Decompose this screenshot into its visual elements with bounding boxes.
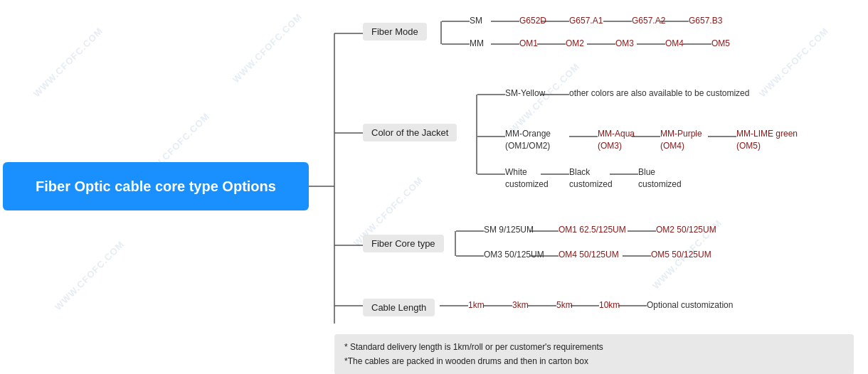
blue-customized-label: Bluecustomized — [638, 166, 682, 191]
1km-label: 1km — [468, 300, 485, 310]
black-customized-label: Blackcustomized — [569, 166, 613, 191]
om5-label: OM5 — [711, 38, 730, 48]
mm-purple-label: MM-Purple(OM4) — [660, 128, 702, 152]
sm-label: SM — [470, 16, 482, 26]
sm9125-label: SM 9/125UM — [484, 225, 534, 235]
watermark-3: WWW.CFOFC.COM — [53, 239, 127, 313]
white-customized-label: Whitecustomized — [505, 166, 549, 191]
fiber-mode-label: Fiber Mode — [371, 26, 418, 37]
watermark-1: WWW.CFOFC.COM — [31, 26, 105, 100]
om3-label: OM3 — [615, 38, 634, 48]
5km-label: 5km — [556, 300, 573, 310]
cable-length-label: Cable Length — [371, 302, 426, 313]
optional-customization-label: Optional customization — [647, 300, 733, 310]
10km-label: 10km — [599, 300, 620, 310]
sm-yellow-label: SM-Yellow — [505, 88, 545, 98]
om55125-label: OM5 50/125UM — [651, 250, 711, 260]
note-box: * Standard delivery length is 1km/roll o… — [334, 334, 854, 374]
om45125-label: OM4 50/125UM — [559, 250, 619, 260]
watermark-8: WWW.CFOFC.COM — [757, 26, 831, 100]
om4-label: OM4 — [665, 38, 684, 48]
om162125-label: OM1 62.5/125UM — [559, 225, 626, 235]
g657a1-label: G657.A1 — [569, 16, 603, 26]
fiber-core-node: Fiber Core type — [363, 235, 444, 252]
om35125-label: OM3 50/125UM — [484, 250, 544, 260]
mm-orange-label: MM-Orange(OM1/OM2) — [505, 128, 551, 152]
cable-length-node: Cable Length — [363, 299, 435, 316]
fiber-mode-node: Fiber Mode — [363, 23, 427, 41]
om1-label: OM1 — [519, 38, 538, 48]
om25125-label: OM2 50/125UM — [656, 225, 716, 235]
3km-label: 3km — [512, 300, 529, 310]
color-jacket-node: Color of the Jacket — [363, 124, 457, 141]
color-jacket-label: Color of the Jacket — [371, 127, 448, 138]
g652d-label: G652D — [519, 16, 546, 26]
g657a2-label: G657.A2 — [632, 16, 665, 26]
note-text: * Standard delivery length is 1km/roll o… — [344, 342, 603, 366]
mm-label: MM — [470, 38, 484, 48]
main-title-text: Fiber Optic cable core type Options — [36, 178, 276, 195]
mm-aqua-label: MM-Aqua(OM3) — [598, 128, 635, 152]
om2-label: OM2 — [566, 38, 584, 48]
main-title-box: Fiber Optic cable core type Options — [3, 162, 309, 210]
g657b3-label: G657.B3 — [689, 16, 722, 26]
other-colors-label: other colors are also available to be cu… — [569, 88, 749, 98]
main-container: WWW.CFOFC.COM WWW.CFOFC.COM WWW.CFOFC.CO… — [0, 0, 868, 374]
watermark-4: WWW.CFOFC.COM — [231, 11, 305, 85]
mm-lime-label: MM-LIME green(OM5) — [736, 128, 798, 152]
fiber-core-label: Fiber Core type — [371, 238, 435, 249]
